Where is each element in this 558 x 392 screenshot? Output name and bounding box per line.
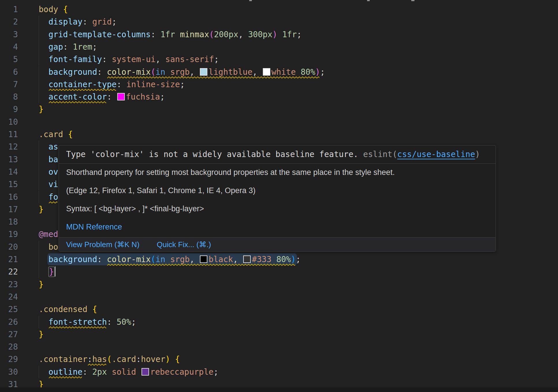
code-text[interactable]: display: grid; <box>39 16 117 28</box>
code-token[interactable] <box>39 92 49 102</box>
code-line[interactable]: 22 } <box>0 266 558 278</box>
code-token[interactable]: background <box>49 67 97 77</box>
line-number[interactable]: 29 <box>0 353 18 365</box>
code-text[interactable]: ov <box>39 166 58 178</box>
code-token[interactable] <box>39 17 49 27</box>
line-number[interactable]: 30 <box>0 366 18 378</box>
code-token[interactable] <box>271 255 276 264</box>
line-number[interactable]: 25 <box>0 303 18 316</box>
code-token[interactable] <box>165 255 170 264</box>
code-line[interactable]: 6 background: color-mix(in srgb, lightbl… <box>0 66 558 78</box>
code-token[interactable]: ; <box>180 80 185 89</box>
code-line[interactable]: 10 <box>0 116 558 128</box>
code-token[interactable]: , <box>238 30 248 39</box>
color-swatch[interactable] <box>200 255 207 263</box>
code-text[interactable]: .condensed { <box>39 303 97 316</box>
mdn-reference-link[interactable]: MDN Reference <box>66 223 488 231</box>
code-token[interactable]: rebeccapurple <box>150 367 213 377</box>
code-token[interactable]: inline-size <box>126 80 180 89</box>
code-token[interactable]: ; <box>296 255 301 264</box>
code-token[interactable]: : <box>107 317 117 327</box>
code-token[interactable]: ; <box>92 42 97 52</box>
code-token[interactable]: ; <box>112 17 117 27</box>
code-token[interactable] <box>39 192 49 202</box>
code-token[interactable]: lightblue <box>209 67 252 77</box>
code-token[interactable] <box>175 30 180 39</box>
line-number[interactable]: 6 <box>0 66 18 78</box>
code-text[interactable]: body { <box>39 3 68 16</box>
code-token[interactable]: srgb <box>170 67 189 77</box>
line-number[interactable]: 9 <box>0 103 18 115</box>
code-token[interactable]: as <box>49 142 58 152</box>
code-text[interactable]: fo <box>39 191 58 203</box>
code-token[interactable]: minmax <box>180 30 209 39</box>
code-token[interactable]: ) <box>315 67 320 77</box>
code-token[interactable]: : <box>102 55 112 64</box>
color-swatch[interactable] <box>263 68 270 76</box>
code-line[interactable]: 1body { <box>0 3 558 16</box>
code-token[interactable] <box>39 42 49 52</box>
color-swatch[interactable] <box>243 255 251 263</box>
code-token[interactable]: : <box>107 92 117 102</box>
code-token[interactable]: ; <box>131 317 136 327</box>
code-token[interactable]: #333 <box>252 255 271 264</box>
color-swatch[interactable] <box>117 93 125 100</box>
code-text[interactable]: container-type: inline-size; <box>39 78 185 91</box>
code-token[interactable] <box>136 367 141 377</box>
code-line[interactable]: 3 grid-template-columns: 1fr minmax(200p… <box>0 28 558 41</box>
code-line[interactable]: 30 outline: 2px solid rebeccapurple; <box>0 366 558 378</box>
code-token[interactable] <box>39 155 49 164</box>
code-text[interactable]: bo <box>39 241 58 253</box>
code-token[interactable]: : <box>117 80 127 89</box>
code-line[interactable]: 4 gap: 1rem; <box>0 41 558 53</box>
code-token[interactable]: ; <box>213 367 218 377</box>
line-number[interactable]: 28 <box>0 341 18 353</box>
code-line[interactable]: 25.condensed { <box>0 303 558 316</box>
code-token[interactable] <box>165 67 170 77</box>
code-token[interactable]: 1fr <box>282 30 297 39</box>
code-token[interactable] <box>39 180 49 189</box>
code-token[interactable]: black <box>209 255 233 264</box>
code-token[interactable]: 200px <box>214 30 238 39</box>
code-token[interactable]: ( <box>151 255 156 264</box>
code-token[interactable]: : <box>97 255 107 264</box>
code-token[interactable]: } <box>39 205 44 214</box>
code-token[interactable]: 80% <box>301 67 315 77</box>
code-token[interactable]: : <box>83 367 92 377</box>
line-number[interactable]: 26 <box>0 316 18 328</box>
code-text[interactable]: } <box>39 203 44 216</box>
code-text[interactable]: background: color-mix(in srgb, lightblue… <box>39 66 325 78</box>
quick-fix-action[interactable]: Quick Fix... (⌘.) <box>157 240 211 249</box>
code-token[interactable] <box>39 142 49 152</box>
code-token[interactable] <box>39 242 49 252</box>
code-token[interactable]: 1rem <box>73 42 92 52</box>
code-token[interactable] <box>277 30 282 39</box>
code-text[interactable]: accent-color: fuchsia; <box>39 91 165 103</box>
code-token[interactable]: fuchsia <box>126 92 160 102</box>
code-token[interactable]: .card <box>112 354 136 364</box>
line-number[interactable]: 15 <box>0 178 18 191</box>
line-number[interactable]: 5 <box>0 53 18 66</box>
code-token[interactable] <box>63 130 68 139</box>
code-token[interactable]: vi <box>49 180 58 189</box>
code-text[interactable]: gap: 1rem; <box>39 41 97 53</box>
line-number[interactable]: 27 <box>0 328 18 341</box>
code-token[interactable]: ) <box>272 30 277 39</box>
code-token[interactable]: ba <box>49 155 58 164</box>
code-token[interactable]: in <box>156 67 165 77</box>
code-text[interactable]: font-stretch: 50%; <box>39 316 136 328</box>
code-token[interactable]: container-type <box>49 80 117 89</box>
line-number[interactable]: 4 <box>0 41 18 53</box>
code-token[interactable]: } <box>39 104 44 114</box>
code-token[interactable]: color-mix <box>107 255 151 264</box>
code-text[interactable]: } <box>39 103 44 115</box>
code-token[interactable]: grid <box>92 17 111 27</box>
code-token[interactable]: ( <box>209 30 214 39</box>
code-token[interactable]: ; <box>160 92 165 102</box>
code-text[interactable]: .card { <box>39 128 73 141</box>
code-token[interactable]: fo <box>49 192 58 202</box>
code-token[interactable] <box>39 167 49 177</box>
code-token[interactable]: : <box>97 67 107 77</box>
diagnostic-rule-link[interactable]: css/use-baseline <box>397 150 475 159</box>
code-token[interactable]: 50% <box>117 317 131 327</box>
